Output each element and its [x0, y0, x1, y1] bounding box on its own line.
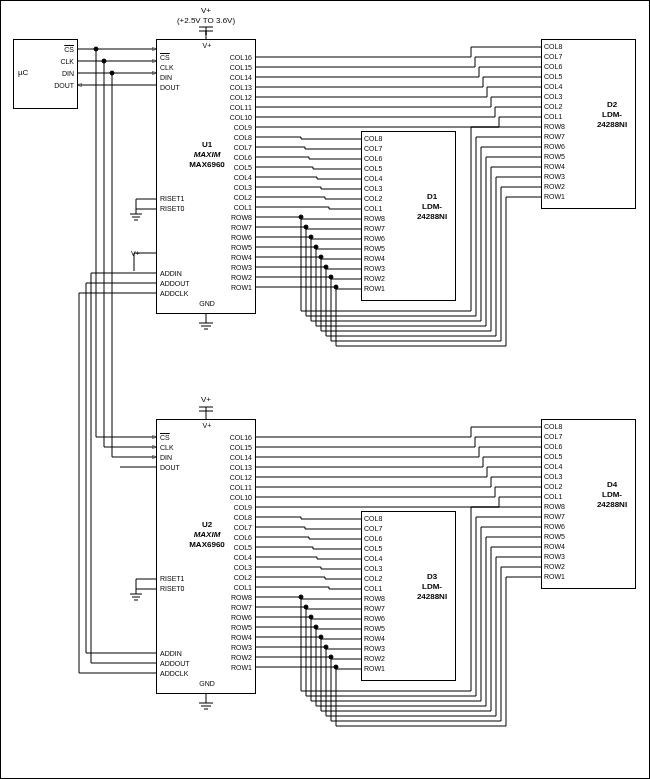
d3-ref: D3 — [412, 572, 452, 581]
u2-riset0: RISET0 — [160, 585, 185, 592]
u1-col11: COL11 — [230, 104, 252, 111]
u2-col1: COL1 — [234, 584, 252, 591]
schematic-canvas: V+ (+2.5V TO 3.6V) µC CS CLK DIN DOUT V+… — [0, 0, 650, 779]
u1-addin: ADDIN — [160, 270, 182, 277]
u2-col8: COL8 — [234, 514, 252, 521]
u1-left-vplus: V+ — [131, 250, 140, 257]
svg-point-41 — [319, 255, 323, 259]
d2-col6: COL6 — [544, 63, 562, 70]
d1-row2: ROW2 — [364, 275, 385, 282]
svg-point-52 — [334, 665, 338, 669]
u1-col16: COL16 — [230, 54, 252, 61]
micro-clk: CLK — [44, 58, 74, 65]
d3-row3: ROW3 — [364, 645, 385, 652]
u2-addin: ADDIN — [160, 650, 182, 657]
svg-point-46 — [304, 605, 308, 609]
d1-col3: COL3 — [364, 185, 382, 192]
u1-col2: COL2 — [234, 194, 252, 201]
u2-dout: DOUT — [160, 464, 180, 471]
u1-col14: COL14 — [230, 74, 252, 81]
u1-row3: ROW3 — [231, 264, 252, 271]
svg-point-42 — [324, 265, 328, 269]
d2-col5: COL5 — [544, 73, 562, 80]
u2-top-vplus: V+ — [192, 422, 222, 429]
d2-ref: D2 — [592, 100, 632, 109]
u2-col3: COL3 — [234, 564, 252, 571]
d2-row3: ROW3 — [544, 173, 565, 180]
micro-name: µC — [18, 68, 28, 77]
u1-dout: DOUT — [160, 84, 180, 91]
u1-col4: COL4 — [234, 174, 252, 181]
u1-col6: COL6 — [234, 154, 252, 161]
d1-col1: COL1 — [364, 205, 382, 212]
d2-col4: COL4 — [544, 83, 562, 90]
micro-dout: DOUT — [44, 82, 74, 89]
d3-col6: COL6 — [364, 535, 382, 542]
micro-din: DIN — [44, 70, 74, 77]
u1-col13: COL13 — [230, 84, 252, 91]
u2-cs: CS — [160, 434, 170, 441]
d4-row6: ROW6 — [544, 523, 565, 530]
d4-col3: COL3 — [544, 473, 562, 480]
power-vplus-label: V+ — [186, 6, 226, 15]
svg-point-49 — [319, 635, 323, 639]
u1-row1: ROW1 — [231, 284, 252, 291]
u1-cs: CS — [160, 54, 170, 61]
u2-col9: COL9 — [234, 504, 252, 511]
d1-row4: ROW4 — [364, 255, 385, 262]
u2-vplus-decouple: V+ — [186, 395, 226, 404]
d1-col8: COL8 — [364, 135, 382, 142]
d1-row5: ROW5 — [364, 245, 385, 252]
d3-row7: ROW7 — [364, 605, 385, 612]
u2-row5: ROW5 — [231, 624, 252, 631]
d1-ref: D1 — [412, 192, 452, 201]
u2-row1: ROW1 — [231, 664, 252, 671]
d3-part: LDM- — [412, 582, 452, 591]
gnd-icon-u2 — [199, 694, 213, 709]
d4-row3: ROW3 — [544, 553, 565, 560]
svg-point-45 — [299, 595, 303, 599]
d4-col4: COL4 — [544, 463, 562, 470]
u2-row7: ROW7 — [231, 604, 252, 611]
d1-row1: ROW1 — [364, 285, 385, 292]
u1-gnd: GND — [192, 300, 222, 307]
u1-col5: COL5 — [234, 164, 252, 171]
d4-ref: D4 — [592, 480, 632, 489]
u1-col8: COL8 — [234, 134, 252, 141]
u1-row6: ROW6 — [231, 234, 252, 241]
svg-point-32 — [102, 59, 106, 63]
u1-row2: ROW2 — [231, 274, 252, 281]
u2-gnd: GND — [192, 680, 222, 687]
svg-point-38 — [304, 225, 308, 229]
u1-col10: COL10 — [230, 114, 252, 121]
d4-col1: COL1 — [544, 493, 562, 500]
u1-row8: ROW8 — [231, 214, 252, 221]
d2-part2: 24288NI — [592, 120, 632, 129]
u2-box: V+ CS CLK DIN DOUT U2 MAXIM MAX6960 RISE… — [156, 419, 256, 694]
d2-row7: ROW7 — [544, 133, 565, 140]
d4-col2: COL2 — [544, 483, 562, 490]
d2-row4: ROW4 — [544, 163, 565, 170]
u2-col14: COL14 — [230, 454, 252, 461]
u1-row5: ROW5 — [231, 244, 252, 251]
u2-col10: COL10 — [230, 494, 252, 501]
d3-row1: ROW1 — [364, 665, 385, 672]
u1-din: DIN — [160, 74, 172, 81]
u2-col15: COL15 — [230, 444, 252, 451]
u1-col9: COL9 — [234, 124, 252, 131]
u1-row4: ROW4 — [231, 254, 252, 261]
d3-row2: ROW2 — [364, 655, 385, 662]
svg-point-37 — [299, 215, 303, 219]
u1-col15: COL15 — [230, 64, 252, 71]
u2-row8: ROW8 — [231, 594, 252, 601]
d1-col7: COL7 — [364, 145, 382, 152]
svg-point-33 — [110, 71, 114, 75]
u2-din: DIN — [160, 454, 172, 461]
d1-col2: COL2 — [364, 195, 382, 202]
d3-col2: COL2 — [364, 575, 382, 582]
power-range-label: (+2.5V TO 3.6V) — [161, 16, 251, 25]
d2-row1: ROW1 — [544, 193, 565, 200]
micro-cs: CS — [44, 46, 74, 53]
d4-row1: ROW1 — [544, 573, 565, 580]
gnd-icon — [199, 314, 213, 329]
